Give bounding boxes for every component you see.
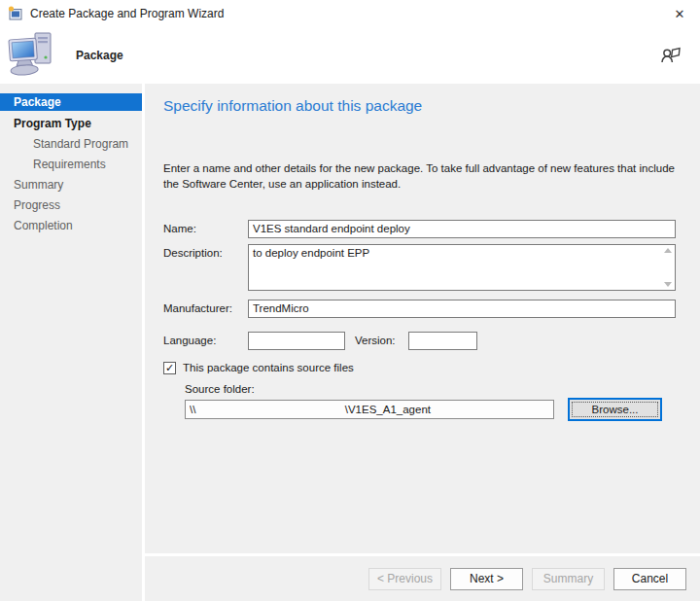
language-field[interactable] (248, 332, 345, 350)
wizard-steps-sidebar: Package Program Type Standard Program Re… (0, 84, 142, 601)
source-folder-field[interactable] (185, 400, 554, 419)
wizard-app-icon (8, 6, 23, 21)
wizard-body: Package Program Type Standard Program Re… (0, 84, 700, 601)
source-folder-label: Source folder: (185, 383, 700, 395)
sidebar-item-completion: Completion (0, 216, 142, 235)
wizard-header: Package (0, 27, 700, 84)
wizard-footer: < Previous Next > Summary Cancel (145, 556, 700, 601)
wizard-main: Specify information about this package E… (145, 84, 700, 601)
description-scrollbar[interactable] (660, 245, 675, 290)
titlebar: Create Package and Program Wizard ✕ (0, 0, 700, 27)
description-field-wrap: to deploy endpoint EPP (248, 244, 676, 291)
page-title: Specify information about this package (163, 97, 700, 115)
feedback-icon[interactable] (657, 43, 682, 68)
close-button[interactable]: ✕ (659, 0, 700, 27)
source-files-checkbox[interactable]: ✓ (163, 362, 176, 374)
package-computer-icon (8, 31, 56, 78)
sidebar-item-package: Package (0, 93, 142, 111)
previous-button: < Previous (368, 568, 441, 590)
intro-text: Enter a name and other details for the n… (163, 161, 676, 193)
sidebar-item-standard-program: Standard Program (0, 134, 142, 154)
sidebar-item-requirements: Requirements (0, 155, 142, 174)
version-label: Version: (355, 332, 408, 346)
name-field[interactable] (248, 220, 676, 238)
wizard-window: Create Package and Program Wizard ✕ (0, 0, 700, 601)
package-form-panel: Specify information about this package E… (145, 84, 700, 553)
version-field[interactable] (408, 332, 477, 350)
source-files-checkbox-label: This package contains source files (183, 362, 354, 373)
language-label: Language: (163, 332, 248, 346)
sidebar-item-summary: Summary (0, 175, 142, 194)
name-label: Name: (163, 220, 248, 234)
browse-button[interactable]: Browse... (568, 398, 662, 421)
scrollbar-down-icon[interactable] (664, 282, 672, 287)
window-title: Create Package and Program Wizard (30, 7, 659, 20)
next-button[interactable]: Next > (450, 568, 523, 590)
manufacturer-field[interactable] (248, 300, 676, 318)
wizard-page-label: Package (76, 49, 657, 62)
manufacturer-label: Manufacturer: (163, 300, 248, 314)
description-label: Description: (163, 244, 248, 259)
description-field[interactable]: to deploy endpoint EPP (249, 245, 660, 290)
sidebar-item-program-type: Program Type (0, 114, 142, 133)
summary-button: Summary (532, 568, 605, 590)
sidebar-item-progress: Progress (0, 195, 142, 215)
scrollbar-up-icon[interactable] (664, 248, 672, 253)
cancel-button[interactable]: Cancel (613, 568, 686, 590)
